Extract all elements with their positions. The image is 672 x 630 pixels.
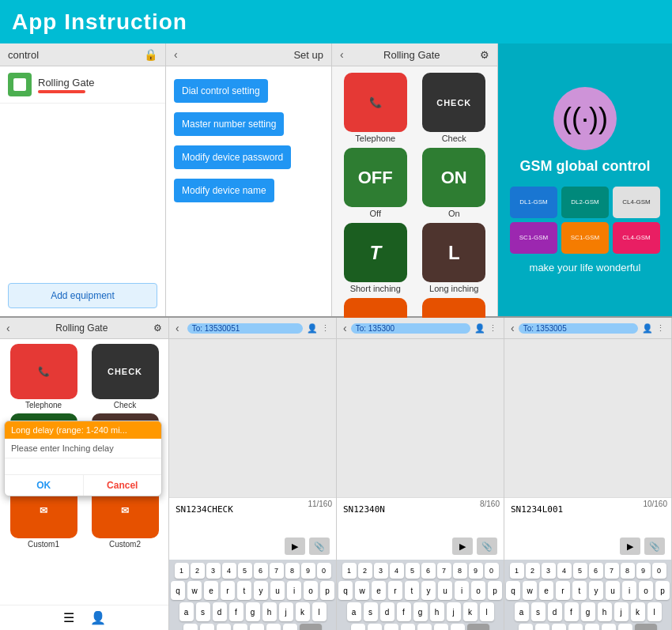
kb2-x[interactable]: x — [368, 624, 382, 630]
kb-backspace[interactable]: ⌫ — [300, 624, 322, 630]
kb-n[interactable]: n — [266, 624, 281, 630]
kb-t[interactable]: t — [237, 581, 251, 600]
gate-tab-top[interactable]: ‹ Rolling Gate ⚙ — [332, 43, 497, 66]
kb-s[interactable]: s — [196, 602, 210, 621]
kb3-p[interactable]: p — [655, 581, 670, 600]
kb2-u[interactable]: u — [438, 581, 452, 600]
kb-key-1[interactable]: 1 — [175, 563, 189, 579]
kb-key-5[interactable]: 5 — [238, 563, 252, 579]
kb3-5[interactable]: 5 — [573, 563, 587, 579]
kb2-e[interactable]: e — [372, 581, 386, 600]
short-inching-button[interactable]: T — [344, 223, 407, 282]
sms3-back-arrow[interactable]: ‹ — [511, 322, 515, 334]
long-inching-button[interactable]: L — [422, 223, 485, 282]
kb2-8[interactable]: 8 — [453, 563, 467, 579]
sms2-attach-btn[interactable]: 📎 — [477, 538, 497, 555]
modify-name-btn[interactable]: Modify device name — [174, 179, 274, 202]
kb-y[interactable]: y — [254, 581, 268, 600]
dial-control-btn[interactable]: Dial control setting — [174, 79, 268, 103]
kb3-g[interactable]: g — [581, 602, 595, 621]
kb3-a[interactable]: a — [515, 602, 529, 621]
kb2-p[interactable]: p — [488, 581, 502, 600]
kb-h[interactable]: h — [262, 602, 277, 621]
kb2-1[interactable]: 1 — [342, 563, 357, 579]
off-button[interactable]: OFF — [344, 148, 407, 207]
master-number-btn[interactable]: Master number setting — [174, 112, 284, 136]
kb2-y[interactable]: y — [421, 581, 436, 600]
kb-o[interactable]: o — [304, 581, 318, 600]
kb2-c[interactable]: c — [384, 624, 398, 630]
bottom-gate-tab[interactable]: ‹ Rolling Gate ⚙ — [0, 318, 168, 339]
kb2-d[interactable]: d — [380, 602, 395, 621]
sms1-attach-btn[interactable]: 📎 — [309, 538, 330, 555]
modify-password-btn[interactable]: Modify device password — [174, 145, 291, 169]
kb3-i[interactable]: i — [622, 581, 636, 600]
kb2-v[interactable]: v — [401, 624, 415, 630]
kb-r[interactable]: r — [221, 581, 235, 600]
kb3-2[interactable]: 2 — [526, 563, 540, 579]
dialog-ok-button[interactable]: OK — [5, 475, 84, 496]
kb-key-4[interactable]: 4 — [222, 563, 236, 579]
kb2-s[interactable]: s — [364, 602, 378, 621]
bottom-nav-menu[interactable]: ☰ — [63, 610, 74, 625]
kb3-d[interactable]: d — [548, 602, 562, 621]
kb3-v[interactable]: v — [568, 624, 583, 630]
kb-key-3[interactable]: 3 — [206, 563, 221, 579]
kb-d[interactable]: d — [213, 602, 227, 621]
sms2-more-icon[interactable]: ⋮ — [489, 323, 497, 334]
kb3-backspace[interactable]: ⌫ — [635, 624, 657, 630]
kb-m[interactable]: m — [283, 624, 297, 630]
kb2-f[interactable]: f — [397, 602, 411, 621]
kb3-u[interactable]: u — [606, 581, 620, 600]
kb-p[interactable]: p — [320, 581, 334, 600]
bottom-check-button[interactable]: CHECK — [92, 344, 159, 399]
kb2-j[interactable]: j — [447, 602, 461, 621]
device-item[interactable]: Rolling Gate — [0, 66, 165, 104]
kb-key-0[interactable]: 0 — [317, 563, 331, 579]
kb2-6[interactable]: 6 — [421, 563, 436, 579]
kb2-2[interactable]: 2 — [358, 563, 372, 579]
kb3-l[interactable]: l — [647, 602, 662, 621]
kb2-l[interactable]: l — [480, 602, 494, 621]
kb-w[interactable]: w — [187, 581, 202, 600]
kb3-x[interactable]: x — [535, 624, 549, 630]
kb2-r[interactable]: r — [388, 581, 402, 600]
kb-a[interactable]: a — [179, 602, 194, 621]
kb3-n[interactable]: n — [602, 624, 616, 630]
kb2-g[interactable]: g — [413, 602, 428, 621]
kb-key-9[interactable]: 9 — [301, 563, 315, 579]
sms3-contact-icon[interactable]: 👤 — [642, 323, 653, 334]
sms1-more-icon[interactable]: ⋮ — [321, 323, 330, 334]
kb2-4[interactable]: 4 — [390, 563, 404, 579]
kb2-h[interactable]: h — [430, 602, 444, 621]
kb-c[interactable]: c — [217, 624, 231, 630]
kb-q[interactable]: q — [171, 581, 185, 600]
kb-key-7[interactable]: 7 — [270, 563, 284, 579]
kb2-3[interactable]: 3 — [374, 563, 388, 579]
kb2-t[interactable]: t — [405, 581, 419, 600]
kb-key-6[interactable]: 6 — [254, 563, 268, 579]
kb3-o[interactable]: o — [639, 581, 653, 600]
kb3-e[interactable]: e — [539, 581, 553, 600]
kb-key-8[interactable]: 8 — [285, 563, 300, 579]
dialog-input[interactable] — [5, 458, 161, 474]
kb-x[interactable]: x — [200, 624, 214, 630]
kb3-s[interactable]: s — [531, 602, 546, 621]
kb-key-2[interactable]: 2 — [191, 563, 205, 579]
kb3-h[interactable]: h — [598, 602, 612, 621]
kb3-r[interactable]: r — [556, 581, 570, 600]
kb3-6[interactable]: 6 — [589, 563, 603, 579]
kb2-z[interactable]: z — [351, 624, 365, 630]
bottom-back-arrow[interactable]: ‹ — [6, 322, 10, 334]
sms2-back-arrow[interactable]: ‹ — [343, 322, 347, 334]
kb2-7[interactable]: 7 — [437, 563, 451, 579]
add-equipment-button[interactable]: Add equipment — [8, 283, 157, 308]
kb3-b[interactable]: b — [585, 624, 599, 630]
sms3-more-icon[interactable]: ⋮ — [656, 323, 665, 334]
kb2-5[interactable]: 5 — [406, 563, 420, 579]
kb2-0[interactable]: 0 — [485, 563, 499, 579]
kb-e[interactable]: e — [204, 581, 218, 600]
kb3-1[interactable]: 1 — [510, 563, 524, 579]
bottom-nav-user[interactable]: 👤 — [90, 610, 106, 625]
kb3-y[interactable]: y — [589, 581, 603, 600]
